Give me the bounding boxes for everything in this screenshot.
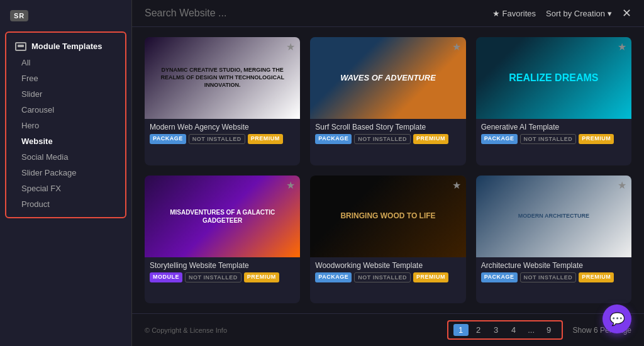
card-badge: PREMIUM [244, 272, 279, 282]
card-thumbnail-text: DYNAMIC CREATIVE STUDIO, MERGING THE REA… [145, 37, 300, 119]
card-badge: PREMIUM [579, 272, 614, 282]
page-button[interactable]: 1 [453, 324, 469, 336]
card-info: Surf Scroll Based Story TemplatePACKAGEN… [310, 119, 465, 148]
copyright-text: © Copyright & License Info [145, 326, 227, 334]
card-badges: PACKAGENOT INSTALLEDPREMIUM [481, 134, 626, 144]
card-badge: PREMIUM [248, 134, 283, 144]
chevron-down-icon: ▾ [608, 9, 612, 18]
card-thumbnail-text: WAVES OF ADVENTURE [310, 37, 465, 119]
template-card[interactable]: DYNAMIC CREATIVE STUDIO, MERGING THE REA… [145, 37, 300, 165]
page-button[interactable]: 3 [489, 324, 504, 336]
card-favorite-button[interactable]: ★ [618, 179, 626, 191]
template-card[interactable]: MISADVENTURES OF A GALACTIC GADGETEER★St… [145, 176, 300, 304]
card-badge: NOT INSTALLED [189, 134, 245, 144]
sidebar: SR Module Templates All Free Slider Caro… [0, 0, 132, 346]
page-button[interactable]: 4 [506, 324, 521, 336]
card-favorite-button[interactable]: ★ [286, 41, 295, 53]
card-badge: NOT INSTALLED [354, 272, 411, 282]
card-badge: PACKAGE [315, 134, 352, 144]
card-info: Generative AI TemplatePACKAGENOT INSTALL… [476, 119, 631, 148]
page-button[interactable]: ... [524, 324, 539, 336]
page-button[interactable]: 2 [471, 324, 486, 336]
card-thumbnail-text: Realize Dreams [476, 37, 631, 119]
page-button[interactable]: 9 [541, 324, 557, 336]
chat-icon: 💬 [609, 311, 625, 326]
card-thumbnail: MISADVENTURES OF A GALACTIC GADGETEER★ [145, 176, 300, 257]
card-badge: PACKAGE [481, 134, 518, 144]
close-button[interactable]: ✕ [622, 8, 631, 19]
card-info: Architecture Website TemplatePACKAGENOT … [476, 257, 631, 286]
sidebar-item-social-media[interactable]: Social Media [6, 149, 125, 165]
card-badges: MODULENOT INSTALLEDPREMIUM [150, 272, 295, 282]
card-favorite-button[interactable]: ★ [452, 41, 461, 53]
card-info: Woodworking Website TemplatePACKAGENOT I… [310, 257, 465, 286]
star-icon: ★ [492, 9, 500, 18]
card-favorite-button[interactable]: ★ [452, 179, 461, 191]
card-info: Modern Web Agency WebsitePACKAGENOT INST… [145, 119, 300, 148]
card-thumbnail: Bringing Wood to Life★ [310, 176, 465, 257]
card-badges: PACKAGENOT INSTALLEDPREMIUM [150, 134, 295, 144]
card-badge: PACKAGE [481, 272, 518, 282]
sidebar-item-carousel[interactable]: Carousel [6, 102, 125, 118]
sidebar-item-product[interactable]: Product [6, 196, 125, 212]
card-thumbnail-text: Bringing Wood to Life [310, 176, 465, 257]
card-badge: PACKAGE [315, 272, 352, 282]
module-templates-label: Module Templates [31, 42, 102, 51]
sidebar-item-slider-package[interactable]: Slider Package [6, 165, 125, 181]
sidebar-item-special-fx[interactable]: Special FX [6, 181, 125, 196]
card-badge: NOT INSTALLED [520, 272, 577, 282]
card-thumbnail: Realize Dreams★ [476, 37, 631, 119]
sidebar-item-website[interactable]: Website [6, 133, 125, 149]
template-card[interactable]: Realize Dreams★Generative AI TemplatePAC… [476, 37, 631, 165]
card-badge: NOT INSTALLED [520, 134, 577, 144]
card-favorite-button[interactable]: ★ [618, 41, 626, 53]
card-info: Storytelling Website TemplateMODULENOT I… [145, 257, 300, 286]
card-badge: PREMIUM [413, 134, 448, 144]
template-card[interactable]: WAVES OF ADVENTURE★Surf Scroll Based Sto… [310, 37, 465, 165]
sidebar-section: Module Templates All Free Slider Carouse… [5, 31, 126, 218]
card-badges: PACKAGENOT INSTALLEDPREMIUM [315, 134, 460, 144]
card-favorite-button[interactable]: ★ [286, 179, 295, 191]
sidebar-item-slider[interactable]: Slider [6, 86, 125, 102]
card-thumbnail-text: MISADVENTURES OF A GALACTIC GADGETEER [145, 176, 300, 257]
search-input[interactable] [145, 8, 485, 19]
template-card[interactable]: MODERN ARCHITECTURE★Architecture Website… [476, 176, 631, 304]
template-card[interactable]: Bringing Wood to Life★Woodworking Websit… [310, 176, 465, 304]
card-thumbnail: DYNAMIC CREATIVE STUDIO, MERGING THE REA… [145, 37, 300, 119]
card-title: Woodworking Website Template [315, 261, 460, 270]
header-actions: ★ Favorites Sort by Creation ▾ ✕ [492, 8, 631, 19]
sidebar-item-all[interactable]: All [6, 55, 125, 70]
logo-badge: SR [10, 10, 28, 21]
sort-button[interactable]: Sort by Creation ▾ [546, 9, 612, 18]
card-title: Surf Scroll Based Story Template [315, 123, 460, 131]
card-title: Modern Web Agency Website [150, 123, 295, 131]
card-thumbnail: WAVES OF ADVENTURE★ [310, 37, 465, 119]
pagination: 1234...9 [447, 320, 563, 340]
card-badge: PACKAGE [150, 134, 186, 144]
card-badge: PREMIUM [579, 134, 614, 144]
chat-bubble-button[interactable]: 💬 [602, 304, 631, 333]
logo-area: SR [0, 8, 131, 29]
card-badge: NOT INSTALLED [354, 134, 411, 144]
card-badge: PREMIUM [413, 272, 448, 282]
module-templates-icon [15, 42, 26, 51]
header: ★ Favorites Sort by Creation ▾ ✕ [132, 0, 644, 27]
card-title: Storytelling Website Template [150, 261, 295, 270]
favorites-button[interactable]: ★ Favorites [492, 9, 536, 18]
card-badge: MODULE [150, 272, 182, 282]
card-badges: PACKAGENOT INSTALLEDPREMIUM [315, 272, 460, 282]
card-badge: NOT INSTALLED [185, 272, 242, 282]
card-thumbnail: MODERN ARCHITECTURE★ [476, 176, 631, 257]
card-title: Architecture Website Template [481, 261, 626, 270]
card-title: Generative AI Template [481, 123, 626, 131]
footer: © Copyright & License Info 1234...9 Show… [132, 313, 644, 346]
sidebar-item-hero[interactable]: Hero [6, 118, 125, 133]
sidebar-item-free[interactable]: Free [6, 70, 125, 86]
main-panel: ★ Favorites Sort by Creation ▾ ✕ DYNAMIC… [132, 0, 644, 346]
module-templates-header: Module Templates [6, 38, 125, 55]
templates-grid: DYNAMIC CREATIVE STUDIO, MERGING THE REA… [132, 27, 644, 313]
card-thumbnail-text: MODERN ARCHITECTURE [476, 176, 631, 257]
card-badges: PACKAGENOT INSTALLEDPREMIUM [481, 272, 626, 282]
